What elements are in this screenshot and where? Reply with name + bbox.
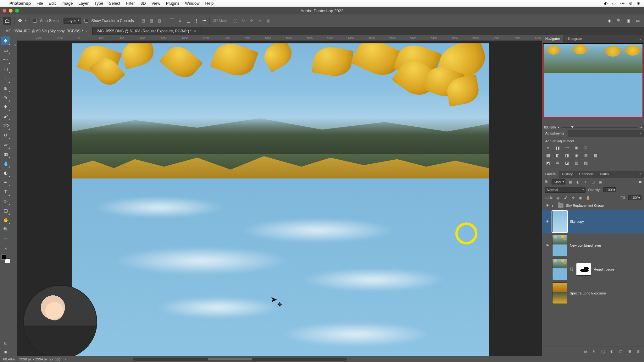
app-name[interactable]: Photoshop	[9, 1, 31, 6]
menu-edit[interactable]: Edit	[49, 1, 56, 6]
tab-layers[interactable]: Layers	[542, 171, 559, 178]
workspace-icon[interactable]: ▣	[625, 18, 631, 24]
visibility-toggle-icon[interactable]: 👁	[545, 244, 550, 247]
menu-help[interactable]: Help	[205, 1, 214, 6]
minimize-window-button[interactable]	[9, 9, 13, 13]
levels-icon[interactable]: ▮▮	[555, 145, 560, 151]
swap-colors-icon[interactable]: ⤭	[1, 244, 10, 253]
layer-thumbnail[interactable]	[552, 235, 567, 256]
align-middle-icon[interactable]: ≡	[177, 18, 183, 24]
zoom-tool[interactable]: 🔍	[1, 225, 10, 234]
eyedropper-tool[interactable]: ✎	[1, 93, 10, 102]
tab-histogram[interactable]: Histogram	[563, 35, 585, 43]
cloud-docs-icon[interactable]: ◉	[606, 18, 613, 24]
zoom-window-button[interactable]	[15, 9, 19, 13]
canvas-workspace[interactable]: ➤ ✥	[17, 41, 542, 356]
filter-pixel-icon[interactable]: ▦	[568, 179, 573, 184]
status-doc-info[interactable]: 3990 px x 2994 px (72 ppi)	[19, 357, 60, 361]
dodge-tool[interactable]: ◐	[1, 168, 10, 177]
more-options-icon[interactable]: •••	[203, 19, 207, 23]
menu-layer[interactable]: Layer	[78, 1, 89, 6]
layer-thumbnail[interactable]	[552, 282, 567, 304]
layer-row[interactable]: 👁 New combined layer	[542, 233, 644, 257]
vertical-ruler[interactable]: 0	[11, 35, 17, 356]
marquee-tool[interactable]: ▭	[1, 46, 10, 55]
layer-style-icon[interactable]: fx	[592, 349, 597, 354]
blur-tool[interactable]: 💧	[1, 159, 10, 168]
close-tab-icon[interactable]: ×	[194, 29, 196, 33]
mask-link-icon[interactable]: ⛓	[570, 267, 574, 272]
navigator-zoom-readout[interactable]: 60.46%	[544, 125, 556, 129]
menu-image[interactable]: Image	[61, 1, 73, 6]
tab-adjustments[interactable]: Adjustments	[542, 130, 568, 137]
foreground-background-colors[interactable]	[1, 255, 10, 263]
new-layer-icon[interactable]: ⊞	[627, 349, 632, 354]
auto-select-checkbox[interactable]	[33, 19, 37, 23]
show-transform-checkbox[interactable]	[84, 19, 88, 23]
layer-filter-kind-select[interactable]: Kind	[552, 179, 565, 184]
filter-smart-icon[interactable]: ▣	[598, 179, 603, 184]
path-selection-tool[interactable]: ▷	[1, 197, 10, 206]
search-icon[interactable]: 🔍	[616, 18, 622, 24]
photo-filter-icon[interactable]: ◉	[574, 152, 579, 158]
tray-icon[interactable]: ⊕	[637, 1, 640, 6]
align-top-icon[interactable]: ▔	[169, 18, 175, 24]
add-mask-icon[interactable]: ◯	[601, 349, 606, 354]
crop-tool[interactable]: ⟂	[1, 74, 10, 83]
auto-select-target-select[interactable]: Layer	[64, 18, 81, 24]
visibility-toggle-icon[interactable]: 👁	[545, 220, 550, 223]
tab-history[interactable]: History	[559, 171, 576, 178]
quick-mask-icon[interactable]: ◫	[1, 339, 10, 347]
move-tool[interactable]: ✥	[1, 36, 10, 45]
layer-thumbnail[interactable]	[552, 259, 567, 280]
align-center-h-icon[interactable]: ▦	[149, 18, 154, 24]
posterize-icon[interactable]: ▤	[555, 160, 560, 166]
new-adjustment-layer-icon[interactable]: ◐	[609, 349, 614, 354]
lock-artboard-icon[interactable]: ▣	[578, 195, 583, 200]
layer-row[interactable]: ⛓ Regul...osure	[542, 257, 644, 281]
threshold-icon[interactable]: ◪	[564, 160, 570, 166]
menu-filter[interactable]: Filter	[126, 1, 135, 6]
align-bottom-icon[interactable]: ▁	[186, 18, 191, 24]
layer-mask-thumbnail[interactable]	[576, 263, 591, 276]
layer-name[interactable]: New combined layer	[570, 244, 601, 247]
color-lookup-icon[interactable]: ▦	[592, 152, 598, 158]
vibrance-icon[interactable]: ▽	[583, 145, 589, 151]
panel-menu-icon[interactable]: ≡	[637, 35, 644, 43]
layer-row[interactable]: Spectre Long Exposure	[542, 281, 644, 305]
selective-color-icon[interactable]: ▧	[583, 160, 589, 166]
blend-mode-select[interactable]: Normal	[545, 187, 586, 193]
home-button[interactable]	[3, 17, 11, 25]
lock-position-icon[interactable]: ✥	[570, 195, 575, 200]
panel-menu-icon[interactable]: ≡	[637, 130, 644, 137]
layer-row[interactable]: 👁 Sky copy	[542, 210, 644, 233]
frame-tool[interactable]: ⊞	[1, 84, 10, 92]
layer-name[interactable]: Regul...osure	[594, 267, 614, 271]
hue-saturation-icon[interactable]: ▦	[545, 152, 551, 158]
menu-view[interactable]: View	[152, 1, 160, 6]
distribute-icon[interactable]: ┇	[194, 18, 199, 24]
share-icon[interactable]: ▭	[635, 18, 641, 24]
align-left-icon[interactable]: ▤	[141, 18, 146, 24]
channel-mixer-icon[interactable]: ⊞	[583, 152, 589, 158]
screen-mode-icon[interactable]: ▣	[1, 348, 10, 356]
clone-stamp-tool[interactable]: ⌦	[1, 121, 10, 130]
history-brush-tool[interactable]: ↺	[1, 131, 10, 140]
healing-brush-tool[interactable]: ✚	[1, 102, 10, 111]
menu-select[interactable]: Select	[109, 1, 120, 6]
color-balance-icon[interactable]: ◧	[555, 152, 560, 158]
delete-layer-icon[interactable]: 🗑	[636, 349, 641, 354]
brightness-contrast-icon[interactable]: ☀	[545, 145, 551, 151]
menu-3d[interactable]: 3D	[141, 1, 146, 6]
layer-thumbnail[interactable]	[552, 211, 567, 232]
tray-icon[interactable]: ◐	[604, 1, 608, 6]
tray-icon[interactable]: •••	[620, 1, 625, 6]
hand-tool[interactable]: ✋	[1, 216, 10, 224]
fill-input[interactable]: 100%	[628, 195, 641, 200]
visibility-toggle-icon[interactable]: 👁	[545, 204, 550, 207]
rectangle-tool[interactable]: ▢	[1, 206, 10, 215]
group-disclosure-icon[interactable]: ▸	[552, 204, 555, 207]
gradient-map-icon[interactable]: ▥	[574, 160, 579, 166]
menu-file[interactable]: File	[36, 1, 43, 6]
horizontal-scrollbar[interactable]	[133, 358, 347, 361]
